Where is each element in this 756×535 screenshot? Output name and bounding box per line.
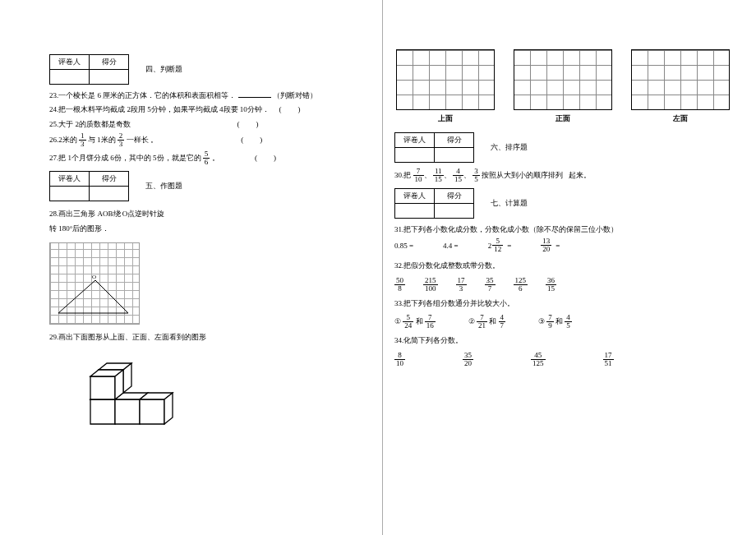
page-divider <box>382 0 383 535</box>
question-33: 33.把下列各组分数通分并比较大小。 <box>394 297 731 309</box>
question-25: 25.大于 2的质数都是奇数 <box>49 118 362 130</box>
score-row-5: 评卷人得分 五、作图题 <box>49 171 362 201</box>
question-32: 32.把假分数化成整数或带分数。 <box>394 260 731 271</box>
cube-stack-figure <box>74 350 173 440</box>
fraction: 1751 <box>603 352 614 367</box>
svg-marker-0 <box>58 280 128 313</box>
paren-blank <box>251 152 280 164</box>
fraction: 710 <box>413 168 424 183</box>
question-31: 31.把下列各小数化成分数，分数化成小数（除不尽的保留三位小数） <box>394 224 731 235</box>
worksheet-page: 评卷人 得分 四、判断题 23.一个棱长是 6 厘米的正方体．它的体积和表面积相… <box>0 0 756 464</box>
score-table: 评卷人得分 <box>394 188 474 219</box>
fraction-item: 1320 = <box>541 238 560 253</box>
fraction: 79 <box>546 314 554 330</box>
fraction: 415 <box>453 168 463 183</box>
scorer-blank <box>50 70 90 85</box>
view-grid-left: 左面 <box>630 49 731 124</box>
fraction: 721 <box>477 314 487 330</box>
question-29: 29.画出下面图形从上面、正面、左面看到的图形 <box>49 331 362 343</box>
section-4-title: 四、判断题 <box>145 64 182 75</box>
fraction: 1256 <box>514 277 528 293</box>
question-31-items: 0.85 = 4.4 = 2 512 = 1320 = <box>394 238 731 253</box>
question-30: 30.把 710、 1115、 415、 35 按照从大到小的顺序排列 起来。 <box>394 168 731 183</box>
score-row-4: 评卷人 得分 四、判断题 <box>49 54 362 85</box>
question-27: 27.把 1个月饼分成 6份，其中的 5份，就是它的 56 。 <box>49 150 362 166</box>
fraction-group: ③ 79 和 45 <box>538 314 572 330</box>
section-5-title: 五、作图题 <box>145 181 182 191</box>
fraction: 1115 <box>433 168 444 183</box>
question-34-fractions: 8103520451251751 <box>394 352 731 367</box>
score-label: 得分 <box>90 55 129 70</box>
score-row-6: 评卷人得分 六、排序题 <box>394 132 731 163</box>
svg-marker-12 <box>90 376 115 399</box>
paren-blank <box>237 134 266 145</box>
question-23: 23.一个棱长是 6 厘米的正方体．它的体积和表面积相等． （判断对错） <box>49 90 362 101</box>
svg-marker-3 <box>115 399 140 424</box>
question-28: 28.画出三角形 AOB绕 O点逆时针旋 转 180°后的图形． <box>49 206 362 236</box>
fraction: 524 <box>403 314 413 330</box>
question-26: 26.2米的 13 与 1米的 23 一样长 。 <box>49 132 362 148</box>
score-table: 评卷人得分 <box>49 171 129 201</box>
view-grids: 上面 正面 左面 <box>394 49 731 124</box>
score-table: 评卷人 得分 <box>49 54 129 85</box>
question-34: 34.化简下列各分数。 <box>394 334 731 346</box>
paren-blank <box>275 104 305 115</box>
fraction: 215100 <box>423 277 438 293</box>
score-row-7: 评卷人得分 七、计算题 <box>394 188 731 219</box>
fraction: 3520 <box>463 352 473 367</box>
question-33-groups: ① 524 和 716② 721 和 47③ 79 和 45 <box>394 314 731 330</box>
fraction: 35 <box>472 168 480 183</box>
scorer-label: 评卷人 <box>50 55 90 70</box>
svg-text:O: O <box>92 274 96 280</box>
left-column: 评卷人 得分 四、判断题 23.一个棱长是 6 厘米的正方体．它的体积和表面积相… <box>49 49 362 447</box>
fraction: 45125 <box>531 352 546 367</box>
fraction-group: ② 721 和 47 <box>468 314 505 330</box>
triangle-grid-figure: O <box>49 242 140 325</box>
blank-line <box>238 90 271 98</box>
section-6-title: 六、排序题 <box>491 142 528 153</box>
svg-marker-2 <box>90 399 115 424</box>
fraction: 3615 <box>546 277 556 293</box>
view-grid-front: 正面 <box>512 49 613 124</box>
section-7-title: 七、计算题 <box>491 198 528 209</box>
fraction: 47 <box>499 314 506 330</box>
fraction-group: ① 524 和 716 <box>394 314 436 330</box>
question-24: 24.把一根木料平均截成 2段用 5分钟，如果平均截成 4段要 10分钟． <box>49 104 362 115</box>
fraction: 357 <box>485 277 496 293</box>
score-blank <box>90 70 129 85</box>
question-32-fractions: 50821510017335712563615 <box>394 277 731 293</box>
score-table: 评卷人得分 <box>394 132 474 163</box>
mixed-fraction: 2 512 = <box>488 238 512 253</box>
fraction: 45 <box>565 314 572 330</box>
view-grid-top: 上面 <box>394 49 496 124</box>
fraction: 716 <box>425 314 436 330</box>
fraction: 810 <box>394 352 405 367</box>
fraction: 508 <box>394 277 405 293</box>
right-column: 上面 正面 左面 评卷人得分 六、排序题 30.把 710、 1115、 415… <box>394 49 731 447</box>
fraction: 173 <box>456 277 467 293</box>
paren-blank <box>233 118 263 130</box>
svg-marker-4 <box>140 399 164 424</box>
